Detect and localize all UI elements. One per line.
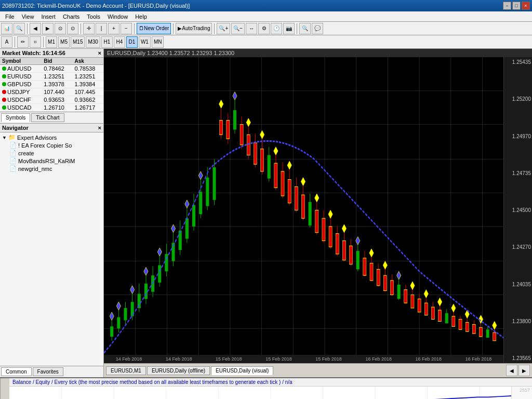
- minimize-button[interactable]: −: [503, 2, 511, 10]
- symbol-cell: USDJPY: [0, 88, 42, 96]
- col-symbol: Symbol: [0, 58, 42, 65]
- left-panel: Market Watch: 16:14:56 × Symbol Bid Ask …: [0, 49, 104, 377]
- svg-marker-92: [301, 178, 305, 186]
- menu-window[interactable]: Window: [104, 13, 131, 20]
- tester-all-text: all available least timeframes to genera…: [161, 379, 277, 385]
- equity-text: Equity: [35, 379, 50, 385]
- price-label-2: 1.25200: [505, 96, 531, 102]
- symbol-name: GBPUSD: [7, 81, 31, 87]
- svg-marker-107: [342, 224, 346, 233]
- market-watch-close-icon[interactable]: ×: [98, 50, 101, 56]
- navigator-close-icon[interactable]: ×: [98, 125, 101, 131]
- date-1: 14 Feb 2018: [116, 356, 142, 362]
- chart-tabs: EURUSD,M1 EURUSD,Daily (offline) EURUSD,…: [104, 363, 532, 377]
- menu-help[interactable]: Help: [132, 13, 150, 20]
- toolbar1: 📊 🔍 ◀ ▶ ⊙ ⊙ ✛ | + − 🗒 New Order ▶ AutoTr…: [0, 22, 532, 35]
- market-watch-row[interactable]: USDCAD 1.26710 1.26717: [0, 104, 103, 112]
- svg-rect-59: [212, 167, 216, 200]
- zoom-out-btn[interactable]: −: [121, 23, 132, 34]
- draw-btn[interactable]: ✏: [17, 36, 29, 48]
- menu-insert[interactable]: Insert: [38, 13, 59, 20]
- crosshair-btn[interactable]: ✛: [83, 23, 95, 34]
- navigator-title: Navigator: [2, 125, 29, 131]
- bid-cell: 107.440: [42, 88, 72, 96]
- tf-m15[interactable]: M15: [71, 36, 85, 48]
- balance-text: Balance /: [12, 379, 35, 385]
- market-watch-row[interactable]: GBPUSD 1.39378 1.39384: [0, 81, 103, 88]
- forward-btn[interactable]: ▶: [42, 23, 54, 34]
- tf-mn[interactable]: MN: [152, 36, 164, 48]
- svg-marker-30: [130, 286, 135, 294]
- tab-tick-chart[interactable]: Tick Chart: [31, 113, 64, 122]
- svg-rect-159: [486, 329, 489, 338]
- cursor-btn[interactable]: A: [1, 36, 12, 48]
- col-bid: Bid: [42, 58, 72, 65]
- chart-tab-next[interactable]: ▶: [518, 365, 530, 376]
- nav-tab-favorites[interactable]: Favorites: [33, 367, 63, 376]
- tf-m30[interactable]: M30: [86, 36, 100, 48]
- nav-expert-advisors[interactable]: ▼ 📁 Expert Advisors: [1, 134, 102, 141]
- svg-rect-64: [227, 121, 230, 139]
- svg-rect-61: [220, 121, 223, 135]
- svg-rect-71: [247, 135, 250, 155]
- price-label-1: 1.25435: [505, 59, 531, 65]
- chart-tab-m1[interactable]: EURUSD,M1: [106, 366, 146, 375]
- fib-btn[interactable]: ⌗: [30, 36, 41, 48]
- price-label-3: 1.24970: [505, 134, 531, 139]
- svg-marker-132: [410, 282, 415, 290]
- market-watch-row[interactable]: AUDUSD 0.78462 0.78538: [0, 65, 103, 73]
- market-watch-row[interactable]: USDJPY 107.440 107.445: [0, 88, 103, 96]
- tf-h4[interactable]: H4: [114, 36, 125, 48]
- svg-rect-23: [117, 317, 120, 329]
- market-watch-row[interactable]: USDCHF 0.93653 0.93662: [0, 96, 103, 104]
- close-button[interactable]: ×: [522, 2, 530, 10]
- menu-file[interactable]: File: [2, 13, 18, 20]
- svg-marker-102: [328, 210, 332, 219]
- new-order-btn[interactable]: 🗒 New Order: [137, 23, 171, 34]
- terminal-btn[interactable]: 💬: [312, 23, 323, 34]
- svg-marker-72: [246, 118, 250, 127]
- svg-rect-106: [342, 241, 345, 260]
- svg-rect-104: [336, 234, 339, 254]
- search-btn[interactable]: 🔍: [299, 23, 311, 34]
- zoom-in2-btn[interactable]: 🔍+: [217, 23, 230, 34]
- tf-m1[interactable]: M1: [46, 36, 57, 48]
- screenshot-btn[interactable]: 📷: [283, 23, 295, 34]
- period-sep-btn[interactable]: |: [96, 23, 107, 34]
- zoom-in-btn[interactable]: +: [108, 23, 119, 34]
- chart-tab-prev[interactable]: ◀: [506, 365, 517, 376]
- market-watch-table: Symbol Bid Ask AUDUSD 0.78462 0.78538 EU…: [0, 58, 103, 112]
- nav-tab-common[interactable]: Common: [1, 367, 32, 376]
- tf-w1[interactable]: W1: [139, 36, 151, 48]
- end-btn[interactable]: ⊙: [67, 23, 78, 34]
- fit-btn[interactable]: ↔: [246, 23, 257, 34]
- nav-ea2[interactable]: 📄 create: [1, 149, 102, 157]
- new-chart-btn[interactable]: 📊: [1, 23, 12, 34]
- maximize-button[interactable]: □: [512, 2, 521, 10]
- svg-rect-146: [452, 316, 455, 327]
- market-watch-row[interactable]: EURUSD 1.23251 1.23251: [0, 73, 103, 81]
- chart-tab-daily-visual[interactable]: EURUSD,Daily (visual): [211, 366, 273, 375]
- clock-btn[interactable]: 🕐: [271, 23, 282, 34]
- menu-view[interactable]: View: [19, 13, 37, 20]
- chart-canvas[interactable]: 1.25435 1.25200 1.24970 1.24735 1.24500 …: [104, 57, 532, 363]
- zoom-out2-btn[interactable]: 🔍−: [231, 23, 245, 34]
- svg-marker-67: [233, 92, 237, 100]
- tf-m5[interactable]: M5: [58, 36, 70, 48]
- nav-ea1[interactable]: 📄 ! EA Forex Copier So: [1, 141, 102, 149]
- tab-symbols[interactable]: Symbols: [1, 113, 30, 122]
- home-btn[interactable]: ⊙: [55, 23, 66, 34]
- autotrading-btn[interactable]: ▶ AutoTrading: [176, 23, 212, 34]
- svg-rect-94: [309, 202, 312, 225]
- nav-ea4[interactable]: 📄 newgrid_nmc: [1, 165, 102, 172]
- tf-h1[interactable]: H1: [101, 36, 113, 48]
- menu-tools[interactable]: Tools: [84, 13, 103, 20]
- menu-charts[interactable]: Charts: [60, 13, 83, 20]
- nav-ea3[interactable]: 📄 MovBandsRSI_KaRiM: [1, 157, 102, 165]
- chart-tab-daily-offline[interactable]: EURUSD,Daily (offline): [147, 366, 210, 375]
- back-btn[interactable]: ◀: [30, 23, 41, 34]
- tester-label[interactable]: Tester: [0, 378, 9, 399]
- tf-d1[interactable]: D1: [126, 36, 138, 48]
- properties-btn[interactable]: ⚙: [258, 23, 270, 34]
- chart-zoom-btn[interactable]: 🔍: [14, 23, 25, 34]
